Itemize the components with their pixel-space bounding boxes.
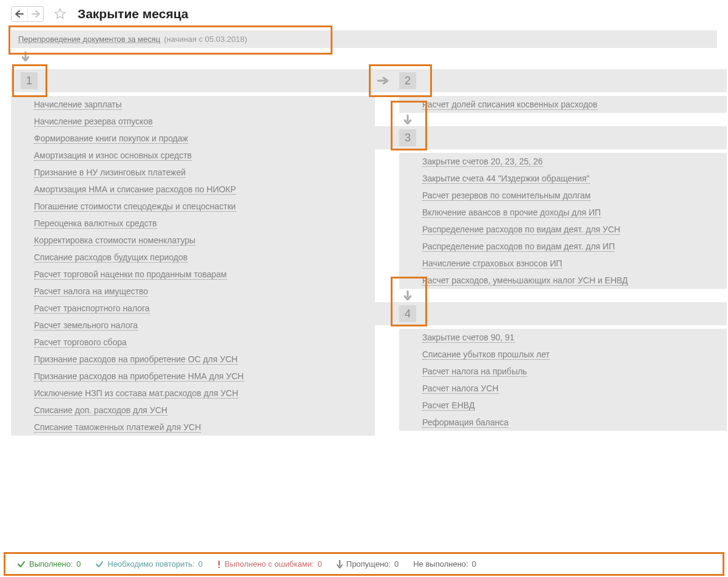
op-link[interactable]: Распределение расходов по видам деят. дл… (422, 241, 615, 252)
op-item: Списание убытков прошлых лет (399, 346, 727, 363)
op-link[interactable]: Расчет резервов по сомнительным долгам (422, 191, 591, 201)
op-item: Списание таможенных платежей для УСН (11, 419, 375, 436)
status-skipped: Пропущено: 0 (337, 559, 399, 569)
op-item: Формирование книги покупок и продаж (11, 130, 375, 147)
block-3-head: 3 (375, 126, 727, 149)
op-link[interactable]: Расчет долей списания косвенных расходов (422, 100, 598, 110)
op-item: Начисление зарплаты (11, 96, 375, 113)
op-item: Списание расходов будущих периодов (11, 249, 375, 266)
arrow-down-icon (22, 52, 29, 61)
status-done-count: 0 (76, 559, 81, 569)
op-item: Расчет ЕНВД (399, 397, 727, 414)
op-link[interactable]: Амортизация НМА и списание расходов по Н… (34, 184, 236, 195)
op-link[interactable]: Расчет земельного налога (34, 320, 138, 331)
op-link[interactable]: Закрытие счетов 20, 23, 25, 26 (422, 157, 543, 167)
svg-rect-0 (218, 561, 220, 565)
op-link[interactable]: Расчет торговой наценки по проданным тов… (34, 269, 227, 280)
status-repeat-label: Необходимо повторить: (107, 559, 195, 569)
op-link[interactable]: Признание в НУ лизинговых платежей (34, 167, 186, 178)
check-icon (95, 560, 104, 569)
op-item: Признание в НУ лизинговых платежей (11, 164, 375, 181)
star-icon (54, 8, 66, 20)
op-link[interactable]: Признание расходов на приобретение НМА д… (34, 371, 244, 382)
op-item: Распределение расходов по видам деят. дл… (399, 238, 727, 255)
op-item: Закрытие счета 44 "Издержки обращения" (399, 170, 727, 187)
flow-arrow-to-1 (11, 48, 717, 63)
op-link[interactable]: Расчет транспортного налога (34, 303, 150, 314)
op-item: Расчет резервов по сомнительным долгам (399, 187, 727, 204)
arrow-down-icon (404, 291, 411, 300)
block-3-ops: Закрытие счетов 20, 23, 25, 26 Закрытие … (375, 149, 727, 289)
status-errors-count: 0 (318, 559, 322, 569)
op-item: Амортизация и износ основных средств (11, 147, 375, 164)
block-1-num: 1 (21, 72, 38, 89)
forward-button[interactable] (27, 7, 43, 21)
block-4-head: 4 (375, 302, 727, 325)
op-item: Распределение расходов по видам деят. дл… (399, 221, 727, 238)
op-item: Корректировка стоимости номенклатуры (11, 232, 375, 249)
op-link[interactable]: Реформация баланса (422, 417, 508, 428)
arrow-down-icon (404, 115, 411, 124)
status-notdone-count: 0 (472, 559, 476, 569)
status-repeat-count: 0 (198, 559, 203, 569)
block-3-num: 3 (399, 129, 416, 146)
op-item: Амортизация НМА и списание расходов по Н… (11, 181, 375, 198)
op-link[interactable]: Расчет налога на имущество (34, 286, 148, 297)
op-link[interactable]: Начисление зарплаты (34, 100, 122, 110)
op-item: Признание расходов на приобретение НМА д… (11, 368, 375, 385)
op-link[interactable]: Погашение стоимости спецодежды и спецосн… (34, 201, 236, 212)
check-icon (17, 560, 25, 569)
op-link[interactable]: Списание доп. расходов для УСН (34, 405, 167, 416)
op-link[interactable]: Закрытие счета 44 "Издержки обращения" (422, 174, 590, 184)
op-link[interactable]: Закрытие счетов 90, 91 (422, 332, 514, 343)
op-link[interactable]: Переоценка валютных средств (34, 218, 157, 229)
block-4-num: 4 (399, 305, 416, 322)
op-item: Закрытие счетов 20, 23, 25, 26 (399, 153, 727, 170)
favorite-toggle[interactable] (53, 7, 67, 21)
status-done: Выполнено: 0 (17, 559, 81, 569)
op-link[interactable]: Списание убытков прошлых лет (422, 349, 550, 360)
block-2-ops: Расчет долей списания косвенных расходов (375, 92, 727, 113)
block-2-head: 2 (375, 69, 727, 92)
op-link[interactable]: Расчет торгового сбора (34, 337, 127, 348)
repost-row: Перепроведение документов за месяц (начи… (11, 30, 717, 48)
op-item: Расчет торговой наценки по проданным тов… (11, 266, 375, 283)
back-button[interactable] (12, 7, 27, 21)
arrow-down-icon (337, 560, 343, 569)
op-link[interactable]: Начисление страховых взносов ИП (422, 258, 562, 269)
op-link[interactable]: Включение авансов в прочие доходы для ИП (422, 208, 601, 218)
topbar: Закрытие месяца (11, 6, 717, 22)
block-1-ops: Начисление зарплаты Начисление резерва о… (11, 92, 375, 436)
op-item: Расчет транспортного налога (11, 300, 375, 317)
op-link[interactable]: Расчет налога на прибыль (422, 366, 527, 377)
op-link[interactable]: Расчет ЕНВД (422, 400, 474, 411)
status-notdone-label: Не выполнено: (413, 559, 468, 569)
op-item: Погашение стоимости спецодежды и спецосн… (11, 198, 375, 215)
exclamation-icon (217, 560, 221, 569)
op-link[interactable]: Начисление резерва отпусков (34, 116, 153, 127)
op-link[interactable]: Распределение расходов по видам деят. дл… (422, 224, 620, 235)
op-link[interactable]: Корректировка стоимости номенклатуры (34, 235, 195, 246)
op-link[interactable]: Исключение НЗП из состава мат.расходов д… (34, 388, 238, 399)
status-errors: Выполнено с ошибками: 0 (217, 559, 322, 569)
op-item: Расчет торгового сбора (11, 334, 375, 351)
op-item: Расчет расходов, уменьшающих налог УСН и… (399, 272, 727, 289)
repost-link[interactable]: Перепроведение документов за месяц (18, 35, 160, 44)
op-item: Начисление резерва отпусков (11, 113, 375, 130)
status-done-label: Выполнено: (29, 559, 73, 569)
op-item: Закрытие счетов 90, 91 (399, 329, 727, 346)
op-item: Списание доп. расходов для УСН (11, 402, 375, 419)
op-link[interactable]: Признание расходов на приобретение ОС дл… (34, 354, 238, 365)
column-left: 1 Начисление зарплаты Начисление резерва… (11, 69, 375, 436)
op-link[interactable]: Формирование книги покупок и продаж (34, 133, 188, 144)
op-item: Расчет земельного налога (11, 317, 375, 334)
op-link[interactable]: Расчет расходов, уменьшающих налог УСН и… (422, 275, 628, 286)
op-item: Переоценка валютных средств (11, 215, 375, 232)
op-link[interactable]: Амортизация и износ основных средств (34, 150, 192, 161)
op-link[interactable]: Расчет налога УСН (422, 383, 499, 394)
op-link[interactable]: Списание расходов будущих периодов (34, 252, 187, 263)
page-title: Закрытие месяца (78, 7, 189, 21)
block-4-ops: Закрытие счетов 90, 91 Списание убытков … (375, 325, 727, 431)
op-link[interactable]: Списание таможенных платежей для УСН (34, 422, 201, 433)
op-item: Начисление страховых взносов ИП (399, 255, 727, 272)
